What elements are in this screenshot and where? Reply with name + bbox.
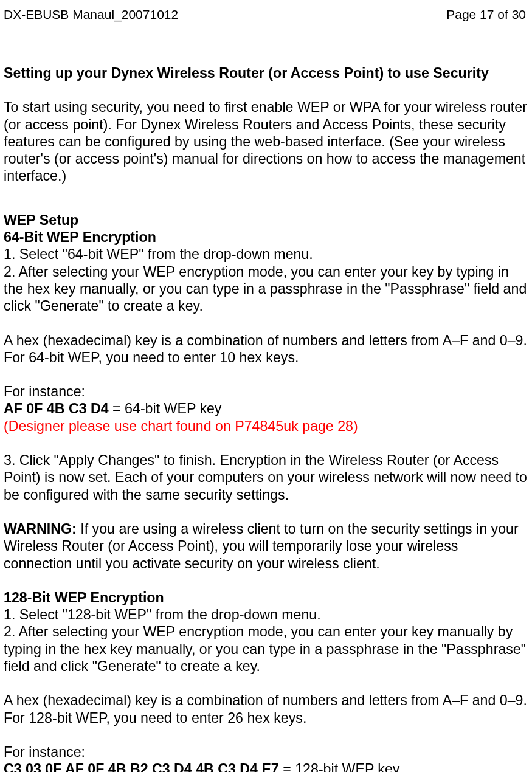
section-title-security: Setting up your Dynex Wireless Router (o… (4, 64, 528, 81)
designer-note: (Designer please use chart found on P748… (4, 418, 528, 435)
wep-128-title: 128-Bit WEP Encryption (4, 589, 528, 606)
page-header: DX-EBUSB Manaul_20071012 Page 17 of 30 (4, 7, 528, 22)
wep-64-key-example: AF 0F 4B C3 D4 = 64-bit WEP key (4, 400, 528, 417)
wep-warning: WARNING: If you are using a wireless cli… (4, 520, 528, 572)
warning-text: If you are using a wireless client to tu… (4, 521, 519, 571)
wep-128-hex-note: A hex (hexadecimal) key is a combination… (4, 692, 528, 726)
wep-128-step-2: 2. After selecting your WEP encryption m… (4, 623, 528, 675)
wep-128-key-value: C3 03 0F AF 0F 4B B2 C3 D4 4B C3 D4 E7 (4, 761, 279, 772)
wep-64-title: 64-Bit WEP Encryption (4, 229, 528, 246)
wep-64-step-3: 3. Click "Apply Changes" to finish. Encr… (4, 452, 528, 503)
wep-128-step-1: 1. Select "128-bit WEP" from the drop-do… (4, 606, 528, 623)
wep-128-key-suffix: = 128-bit WEP key (279, 761, 400, 772)
header-right: Page 17 of 30 (446, 7, 526, 22)
header-left: DX-EBUSB Manaul_20071012 (4, 7, 178, 22)
wep-64-for-instance: For instance: (4, 383, 528, 400)
wep-64-step-1: 1. Select "64-bit WEP" from the drop-dow… (4, 246, 528, 263)
wep-64-key-suffix: = 64-bit WEP key (109, 401, 222, 416)
page-content: Setting up your Dynex Wireless Router (o… (4, 64, 528, 772)
document-page: DX-EBUSB Manaul_20071012 Page 17 of 30 S… (0, 0, 532, 772)
wep-64-step-2: 2. After selecting your WEP encryption m… (4, 263, 528, 315)
wep-setup-title: WEP Setup (4, 212, 528, 229)
wep-128-for-instance: For instance: (4, 743, 528, 760)
wep-64-key-value: AF 0F 4B C3 D4 (4, 401, 109, 416)
wep-128-key-example: C3 03 0F AF 0F 4B B2 C3 D4 4B C3 D4 E7 =… (4, 760, 528, 772)
wep-64-hex-note: A hex (hexadecimal) key is a combination… (4, 332, 528, 367)
security-intro-paragraph: To start using security, you need to fir… (4, 98, 528, 184)
warning-label: WARNING: (4, 521, 77, 537)
